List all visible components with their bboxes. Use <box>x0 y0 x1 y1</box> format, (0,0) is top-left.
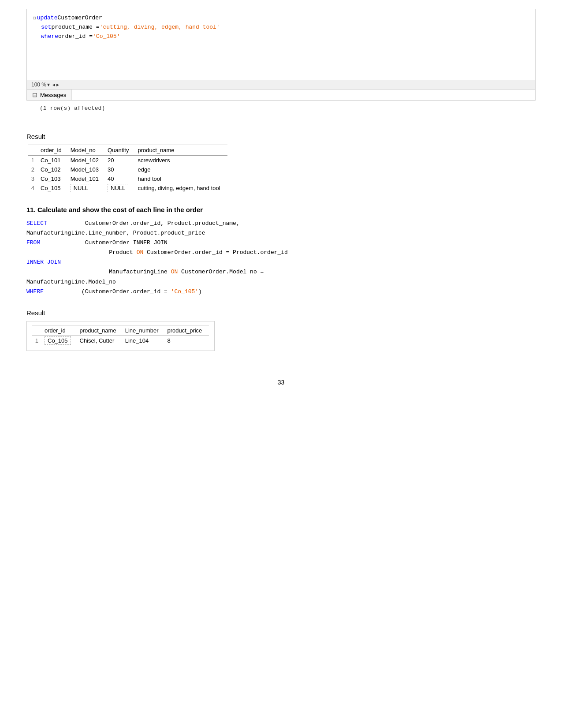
result-table-wrapper-2: order_id product_name Line_number produc… <box>26 321 215 351</box>
sql-text-close: ) <box>198 288 202 295</box>
zoom-text: 100 % <box>31 82 46 88</box>
set-expr: product_name = <box>51 23 99 32</box>
cell-order_id-2: Co_105 <box>43 336 78 345</box>
sql-text: CustomerOrder.order_id = Product.order_i… <box>143 249 288 256</box>
section-11-title: 11. Calculate and show the cost of each … <box>26 206 536 213</box>
table-row: 4 Co_105 NULL NULL cutting, diving, edge… <box>28 183 227 193</box>
sql-line-4: Product ON CustomerOrder.order_id = Prod… <box>26 248 536 258</box>
sql-line-6: ManufacturingLine ON CustomerOrder.Model… <box>26 267 536 277</box>
code-editor: ⊟ update CustomerOrder set product_name … <box>26 9 536 80</box>
cell-product_name: screwdrivers <box>136 156 227 165</box>
table-row: 2 Co_102 Model_103 30 edge <box>28 165 227 174</box>
col-line_number: Line_number <box>123 325 166 336</box>
cell-model_no: Model_101 <box>69 174 106 183</box>
cell-product_name: cutting, diving, edgem, hand tool <box>136 183 227 193</box>
messages-label: Messages <box>40 92 66 98</box>
col-product_name-2: product_name <box>78 325 123 336</box>
code-area: ⊟ update CustomerOrder set product_name … <box>27 9 535 80</box>
page-number: 33 <box>26 379 536 386</box>
cell-model_no: NULL <box>69 183 106 193</box>
rownum-2: 1 <box>32 336 43 345</box>
cell-product_name: edge <box>136 165 227 174</box>
sql-text: CustomerOrder.order_id, Product.product_… <box>51 220 240 227</box>
sql-text: ManufacturingLine.Line_number, Product.p… <box>26 230 205 236</box>
kw-where: WHERE <box>26 288 44 295</box>
messages-tab-bar: ⊟ Messages <box>26 90 536 101</box>
cell-order_id: Co_102 <box>39 165 69 174</box>
result-label-2: Result <box>26 309 536 317</box>
keyword-where: where <box>41 32 58 41</box>
cell-quantity: 30 <box>106 165 136 174</box>
sql-line-5: INNER JOIN <box>26 258 536 267</box>
tab-messages[interactable]: ⊟ Messages <box>27 90 72 100</box>
kw-inner-join: INNER JOIN <box>26 259 61 265</box>
table-row: 3 Co_103 Model_101 40 hand tool <box>28 174 227 183</box>
messages-icon: ⊟ <box>32 91 37 98</box>
result-table-1: order_id Model_no Quantity product_name … <box>28 145 227 193</box>
cell-model_no: Model_102 <box>69 156 106 165</box>
cell-model_no: Model_103 <box>69 165 106 174</box>
cell-quantity: 40 <box>106 174 136 183</box>
collapse-icon[interactable]: ⊟ <box>33 15 36 22</box>
rownum: 4 <box>28 183 39 193</box>
where-expr: order_id = <box>58 32 93 41</box>
result-label-1: Result <box>26 133 536 140</box>
col-rownum-2 <box>32 325 43 336</box>
table-row: 1 Co_101 Model_102 20 screwdrivers <box>28 156 227 165</box>
result-table-2: order_id product_name Line_number produc… <box>32 325 209 345</box>
null-cell-2: NULL <box>108 184 128 192</box>
string-co105: 'Co_105' <box>171 288 198 295</box>
rownum: 2 <box>28 165 39 174</box>
cell-order_id: Co_101 <box>39 156 69 165</box>
zoom-bar: 100 % ▾ ◂ ▸ <box>26 80 536 90</box>
col-order_id: order_id <box>39 145 69 156</box>
table-header-row-1: order_id Model_no Quantity product_name <box>28 145 227 156</box>
code-line-2: set product_name = 'cutting, diving, edg… <box>41 23 529 32</box>
zoom-nav[interactable]: ◂ ▸ <box>52 82 59 88</box>
col-order_id-2: order_id <box>43 325 78 336</box>
col-model_no: Model_no <box>69 145 106 156</box>
string-value-1: 'cutting, diving, edgem, hand tool' <box>100 23 220 32</box>
col-rownum <box>28 145 39 156</box>
sql-line-7: ManufacturingLine.Model_no <box>26 277 536 287</box>
table-row-2: 1 Co_105 Chisel, Cutter Line_104 8 <box>32 336 209 345</box>
kw-from: FROM <box>26 239 40 246</box>
sql-text: Product <box>26 249 137 256</box>
col-product_price: product_price <box>166 325 209 336</box>
keyword-set: set <box>41 23 51 32</box>
cell-order_id: Co_105 <box>39 183 69 193</box>
cell-product_price: 8 <box>166 336 209 345</box>
sql-line-2: ManufacturingLine.Line_number, Product.p… <box>26 228 536 238</box>
col-quantity: Quantity <box>106 145 136 156</box>
sql-block-2: SELECT CustomerOrder.order_id, Product.p… <box>26 219 536 297</box>
cell-quantity: NULL <box>106 183 136 193</box>
code-line-1: ⊟ update CustomerOrder <box>33 14 529 23</box>
cell-quantity: 20 <box>106 156 136 165</box>
sql-line-1: SELECT CustomerOrder.order_id, Product.p… <box>26 219 536 228</box>
zoom-arrow[interactable]: ▾ <box>47 82 50 88</box>
sql-line-8: WHERE (CustomerOrder.order_id = 'Co_105'… <box>26 287 536 297</box>
null-cell: NULL <box>71 184 91 192</box>
rows-affected-text: (1 row(s) affected) <box>40 105 105 112</box>
result-section-2: Result order_id product_name Line_number… <box>26 309 536 352</box>
string-value-2: 'Co_105' <box>93 32 120 41</box>
output-area-1: (1 row(s) affected) <box>26 101 536 120</box>
sql-text: (CustomerOrder.order_id = <box>47 288 171 295</box>
col-product_name: product_name <box>136 145 227 156</box>
zoom-level[interactable]: 100 % ▾ <box>31 82 50 88</box>
kw-select: SELECT <box>26 220 47 227</box>
rownum: 1 <box>28 156 39 165</box>
sql-text: CustomerOrder.Model_no = <box>178 269 264 275</box>
table-name: CustomerOrder <box>57 14 102 23</box>
kw-on: ON <box>137 249 144 256</box>
table-header-row-2: order_id product_name Line_number produc… <box>32 325 209 336</box>
keyword-update: update <box>37 14 58 23</box>
result-section-1: Result order_id Model_no Quantity produc… <box>26 133 536 193</box>
rownum: 3 <box>28 174 39 183</box>
sql-line-3: FROM CustomerOrder INNER JOIN <box>26 238 536 248</box>
code-line-3: where order_id = 'Co_105' <box>41 32 529 41</box>
cell-line_number: Line_104 <box>123 336 166 345</box>
kw-on-2: ON <box>171 269 178 275</box>
cell-product_name: hand tool <box>136 174 227 183</box>
cell-product_name-2: Chisel, Cutter <box>78 336 123 345</box>
